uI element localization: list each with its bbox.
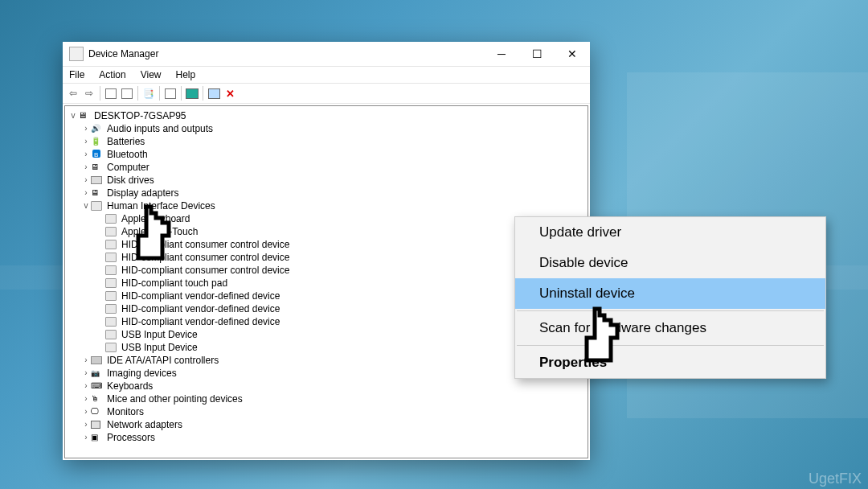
help-button[interactable]: 📑 (141, 86, 156, 101)
category-icon (91, 136, 104, 147)
category-icon (91, 432, 104, 443)
separator (100, 86, 100, 101)
context-menu-item[interactable]: Uninstall device (515, 278, 825, 309)
context-menu-item[interactable]: Properties (515, 347, 825, 378)
expand-icon[interactable]: › (81, 367, 91, 380)
show-hidden-button[interactable] (104, 86, 118, 101)
category-icon (91, 380, 104, 392)
separator (181, 86, 182, 101)
tree-item[interactable]: HID-compliant touch pad (67, 277, 586, 290)
menu-action[interactable]: Action (97, 68, 127, 82)
category-icon (91, 355, 104, 366)
tree-item[interactable]: USB Input Device (67, 328, 586, 341)
expand-icon[interactable]: › (81, 380, 91, 392)
context-menu-item[interactable]: Update driver (515, 217, 825, 248)
expand-icon[interactable]: › (81, 161, 91, 174)
show-all-button[interactable] (120, 86, 134, 101)
tree-item-label: Network adapters (107, 418, 182, 431)
tree-item[interactable]: ›Display adapters (67, 187, 586, 199)
root-label: DESKTOP-7GSAP95 (94, 109, 186, 122)
device-tree[interactable]: v DESKTOP-7GSAP95 ›Audio inputs and outp… (64, 105, 588, 458)
expand-icon[interactable]: › (81, 405, 91, 418)
expand-icon[interactable]: › (81, 392, 91, 405)
expand-icon[interactable]: › (81, 354, 91, 367)
expand-icon[interactable]: › (81, 174, 91, 187)
tree-item[interactable]: ›Network adapters (67, 418, 586, 431)
tree-item-label: Monitors (107, 405, 144, 418)
menu-help[interactable]: Help (174, 68, 198, 82)
tree-item[interactable]: HID-compliant vendor-defined device (67, 315, 586, 328)
scan-hardware-button[interactable] (185, 86, 199, 101)
tree-item[interactable]: ›Imaging devices (67, 367, 586, 380)
computer-icon (78, 110, 91, 121)
update-driver-button[interactable] (207, 86, 221, 101)
category-icon (91, 419, 104, 430)
menubar: File Action View Help (63, 67, 590, 83)
device-icon (105, 239, 118, 250)
back-button[interactable]: ⇦ (66, 86, 80, 101)
uninstall-button[interactable]: ✕ (223, 86, 237, 101)
tree-item-label: USB Input Device (121, 328, 198, 341)
tree-item-label: Processors (107, 431, 155, 444)
device-icon (105, 252, 118, 263)
separator (203, 86, 203, 101)
tree-item[interactable]: ›Keyboards (67, 380, 586, 392)
tree-item[interactable]: ›Mice and other pointing devices (67, 392, 586, 405)
tree-item[interactable]: ›Bluetooth (67, 148, 586, 161)
expand-icon[interactable]: › (81, 431, 91, 444)
tree-item[interactable]: HID-compliant vendor-defined device (67, 290, 586, 302)
expand-icon[interactable]: › (81, 187, 91, 199)
device-icon (105, 303, 118, 314)
expand-icon[interactable]: v (68, 109, 78, 122)
properties-button[interactable] (163, 86, 178, 101)
category-icon (91, 149, 104, 160)
category-icon (91, 187, 104, 199)
tree-item-label: Mice and other pointing devices (107, 392, 243, 405)
separator (137, 86, 138, 101)
device-icon (105, 277, 118, 289)
tree-item-label: Keyboards (107, 380, 153, 392)
category-icon (91, 123, 104, 134)
tree-item-label: HID-compliant touch pad (121, 277, 227, 290)
window-title: Device Manager (88, 48, 484, 60)
expand-icon[interactable]: › (81, 122, 91, 135)
device-icon (105, 329, 118, 340)
expand-icon[interactable]: › (81, 148, 91, 161)
tree-item-label: Disk drives (107, 174, 154, 187)
tree-item[interactable]: ›Computer (67, 161, 586, 174)
tree-item[interactable]: ›IDE ATA/ATAPI controllers (67, 354, 586, 367)
separator (517, 345, 824, 346)
separator (517, 310, 824, 311)
tree-item[interactable]: ›Batteries (67, 135, 586, 148)
expand-icon[interactable]: › (81, 135, 91, 148)
tree-item-label: HID-compliant vendor-defined device (121, 302, 280, 315)
device-icon (105, 265, 118, 276)
tree-item-label: Audio inputs and outputs (107, 122, 213, 135)
device-icon (105, 316, 118, 327)
tree-item[interactable]: ›Processors (67, 431, 586, 444)
context-menu-item[interactable]: Scan for hardware changes (515, 313, 825, 343)
category-icon (91, 393, 104, 405)
separator (159, 86, 160, 101)
device-icon (105, 213, 118, 224)
tree-item[interactable]: ›Disk drives (67, 174, 586, 187)
menu-view[interactable]: View (139, 68, 163, 82)
tree-body: ›Audio inputs and outputs›Batteries›Blue… (67, 122, 586, 444)
maximize-button[interactable]: ☐ (519, 42, 555, 66)
context-menu-item[interactable]: Disable device (515, 248, 825, 278)
tree-item-label: USB Input Device (121, 341, 198, 354)
forward-button[interactable]: ⇨ (82, 86, 96, 101)
minimize-button[interactable]: ─ (484, 42, 519, 66)
tree-item-label: Imaging devices (107, 367, 177, 380)
menu-file[interactable]: File (68, 68, 86, 82)
tree-root[interactable]: v DESKTOP-7GSAP95 (67, 109, 586, 122)
tree-item[interactable]: USB Input Device (67, 341, 586, 354)
close-button[interactable]: ✕ (555, 42, 590, 66)
cursor-pointer-icon (129, 203, 177, 268)
tree-item[interactable]: HID-compliant vendor-defined device (67, 302, 586, 315)
category-icon (91, 200, 104, 212)
expand-icon[interactable]: › (81, 418, 91, 431)
tree-item[interactable]: ›Audio inputs and outputs (67, 122, 586, 135)
tree-item[interactable]: ›Monitors (67, 405, 586, 418)
expand-icon[interactable]: v (81, 199, 91, 212)
